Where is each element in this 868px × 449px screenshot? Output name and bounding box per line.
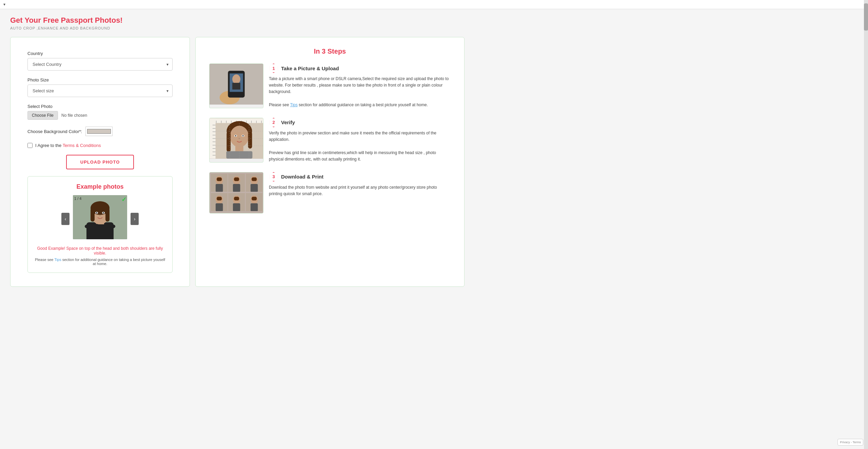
step-3-desc-text: Download the photo from website and prin…	[269, 185, 437, 196]
step-1-desc-suffix: section for additional guidance on takin…	[299, 102, 428, 107]
svg-rect-66	[233, 184, 240, 192]
terms-text: I Agree to the Terms & Conditions	[35, 143, 101, 148]
page-subtitle: AUTO CROP ,ENHANCE AND ADD BACKGROUND	[10, 26, 465, 30]
svg-rect-75	[217, 197, 222, 201]
example-title: Example photos	[35, 183, 165, 190]
svg-rect-70	[251, 184, 258, 192]
step-1-tips-link[interactable]: Tips	[290, 102, 298, 107]
bg-color-group: Choose Background Color*:	[27, 127, 173, 136]
photo-size-group: Photo Size Select size ▾	[27, 77, 173, 97]
main-content: Get Your Free Passport Photos! AUTO CROP…	[0, 9, 475, 294]
step-2-row: 2 Verify Verify the photo in preview sec…	[209, 118, 451, 163]
svg-point-50	[242, 135, 244, 136]
country-select-wrapper: Select Country ▾	[27, 58, 173, 71]
svg-point-11	[99, 215, 101, 216]
bg-color-text: Choose Background Color	[27, 129, 79, 134]
bg-color-required: *	[79, 129, 81, 134]
step-3-title: Download & Print	[281, 174, 323, 180]
terms-link[interactable]: Terms & Conditions	[63, 143, 101, 148]
country-label: Country	[27, 51, 173, 56]
right-panel: In 3 Steps	[195, 37, 465, 287]
scrollbar[interactable]	[864, 0, 868, 294]
step-2-content: 2 Verify Verify the photo in preview sec…	[269, 118, 451, 163]
top-bar: ▾	[0, 0, 868, 9]
left-panel: Country Select Country ▾ Photo Size Sele…	[10, 37, 190, 287]
svg-point-16	[232, 74, 240, 84]
svg-point-49	[235, 135, 236, 136]
carousel-next-button[interactable]: ›	[131, 213, 139, 225]
svg-rect-71	[252, 177, 257, 181]
svg-rect-62	[216, 184, 223, 192]
svg-rect-74	[216, 203, 223, 211]
page-title: Get Your Free Passport Photos!	[10, 16, 465, 25]
svg-rect-45	[226, 132, 231, 152]
svg-rect-17	[232, 83, 240, 90]
choose-file-button[interactable]: Choose File	[27, 111, 58, 120]
svg-rect-63	[217, 177, 222, 181]
svg-rect-46	[248, 132, 252, 148]
passport-grid	[210, 172, 263, 213]
phone-placeholder	[210, 64, 263, 105]
tips-link-bottom[interactable]: Tips	[54, 258, 61, 262]
step-1-desc: Take a picture with a smart phone or DSL…	[269, 76, 451, 108]
svg-rect-6	[105, 208, 110, 222]
svg-rect-82	[251, 203, 258, 211]
checkmark-icon: ✓	[121, 196, 126, 203]
terms-row: I Agree to the Terms & Conditions	[27, 143, 173, 148]
step-3-desc: Download the photo from website and prin…	[269, 184, 451, 197]
good-example-text: Good Example! Space on top of the head a…	[35, 246, 165, 256]
step-3-row: 3 Download & Print Download the photo fr…	[209, 172, 451, 213]
step-2-badge: 2	[269, 118, 278, 127]
panels: Country Select Country ▾ Photo Size Sele…	[10, 37, 465, 287]
select-photo-group: Select Photo Choose File No file chosen	[27, 104, 173, 120]
carousel-image-container: 1 / 4 ✓	[73, 195, 127, 243]
step-1-content: 1 Take a Picture & Upload Take a picture…	[269, 63, 451, 108]
svg-point-9	[96, 212, 97, 213]
step-3-badge: 3	[269, 172, 278, 182]
photo-size-label: Photo Size	[27, 77, 173, 82]
photo-size-select-wrapper: Select size ▾	[27, 85, 173, 97]
step-2-desc: Verify the photo in preview section and …	[269, 130, 451, 163]
please-see-suffix: section for additional guidance on takin…	[62, 258, 165, 266]
file-input-row: Choose File No file chosen	[27, 111, 173, 120]
svg-rect-67	[234, 177, 239, 181]
step-2-desc-1: Verify the photo in preview section and …	[269, 131, 436, 142]
svg-rect-78	[233, 203, 240, 211]
svg-point-10	[103, 212, 104, 213]
country-group: Country Select Country ▾	[27, 51, 173, 71]
step-3-image	[209, 172, 263, 213]
step-1-desc-1: Take a picture with a smart phone or DSL…	[269, 76, 449, 94]
terms-checkbox[interactable]	[27, 143, 33, 148]
select-photo-label: Select Photo	[27, 104, 173, 109]
step-2-image	[209, 118, 263, 163]
terms-prefix: I Agree to the	[35, 143, 61, 148]
step-1-badge: 1	[269, 63, 278, 73]
carousel-counter: 1 / 4	[74, 197, 81, 201]
please-see-text: Please see Tips section for additional g…	[35, 258, 165, 266]
country-select[interactable]: Select Country	[27, 58, 173, 71]
carousel-row: ‹ 1 / 4 ✓	[35, 195, 165, 243]
top-bar-dropdown[interactable]: ▾	[3, 2, 5, 7]
carousel-prev-button[interactable]: ‹	[61, 213, 70, 225]
step-1-title: Take a Picture & Upload	[281, 66, 339, 71]
step-3-content: 3 Download & Print Download the photo fr…	[269, 172, 451, 213]
step-2-header: 2 Verify	[269, 118, 451, 127]
step-3-header: 3 Download & Print	[269, 172, 451, 182]
svg-rect-79	[234, 197, 239, 201]
file-name-display: No file chosen	[61, 113, 87, 118]
example-photo	[73, 195, 127, 239]
example-box: Example photos ‹ 1 / 4 ✓	[27, 176, 173, 273]
svg-rect-5	[91, 208, 95, 222]
scrollbar-thumb[interactable]	[864, 3, 868, 31]
upload-photo-button[interactable]: UPLOAD PHOTO	[66, 155, 134, 169]
step-1-image	[209, 63, 263, 108]
please-see-prefix: Please see	[35, 258, 53, 262]
step-1-desc-prefix: Please see	[269, 102, 289, 107]
photo-size-select[interactable]: Select size	[27, 85, 173, 97]
svg-rect-83	[252, 197, 257, 201]
step-1-header: 1 Take a Picture & Upload	[269, 63, 451, 73]
verify-placeholder	[210, 118, 263, 159]
right-panel-title: In 3 Steps	[209, 48, 451, 55]
step-1-row: 1 Take a Picture & Upload Take a picture…	[209, 63, 451, 108]
bg-color-input[interactable]	[85, 127, 113, 136]
